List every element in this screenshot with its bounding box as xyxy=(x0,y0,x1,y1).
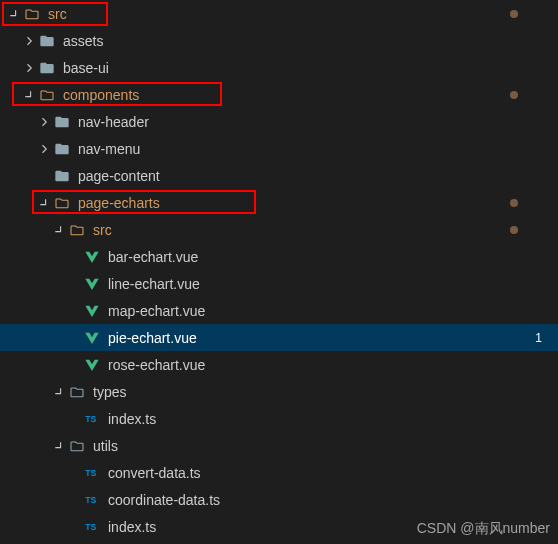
file-label: page-content xyxy=(78,168,558,184)
vue-icon xyxy=(82,355,102,375)
file-label: rose-echart.vue xyxy=(108,357,558,373)
tree-row-types[interactable]: types xyxy=(0,378,558,405)
chevron-placeholder xyxy=(66,249,82,265)
chevron-down-icon[interactable] xyxy=(51,438,67,454)
file-label: utils xyxy=(93,438,558,454)
tree-row-map-echart-vue[interactable]: map-echart.vue xyxy=(0,297,558,324)
folder-open-icon xyxy=(37,85,57,105)
folder-icon xyxy=(52,166,72,186)
tree-row-assets[interactable]: assets xyxy=(0,27,558,54)
folder-icon xyxy=(52,112,72,132)
chevron-placeholder xyxy=(66,276,82,292)
tree-row-src[interactable]: src xyxy=(0,216,558,243)
file-explorer-tree[interactable]: srcassetsbase-uicomponentsnav-headernav-… xyxy=(0,0,558,540)
file-label: src xyxy=(93,222,558,238)
vue-icon xyxy=(82,247,102,267)
tree-row-src[interactable]: src xyxy=(0,0,558,27)
svg-text:TS: TS xyxy=(85,522,96,532)
folder-open-icon xyxy=(52,193,72,213)
modified-indicator-icon xyxy=(510,91,518,99)
tree-row-pie-echart-vue[interactable]: pie-echart.vue1 xyxy=(0,324,558,351)
chevron-placeholder xyxy=(66,357,82,373)
vue-icon xyxy=(82,328,102,348)
chevron-placeholder xyxy=(66,492,82,508)
file-label: coordinate-data.ts xyxy=(108,492,558,508)
tree-row-rose-echart-vue[interactable]: rose-echart.vue xyxy=(0,351,558,378)
chevron-down-icon[interactable] xyxy=(6,6,22,22)
tree-row-convert-data-ts[interactable]: TSconvert-data.ts xyxy=(0,459,558,486)
tree-row-line-echart-vue[interactable]: line-echart.vue xyxy=(0,270,558,297)
tree-row-page-echarts[interactable]: page-echarts xyxy=(0,189,558,216)
modified-indicator-icon xyxy=(510,226,518,234)
chevron-placeholder xyxy=(36,168,52,184)
chevron-down-icon[interactable] xyxy=(51,384,67,400)
svg-text:TS: TS xyxy=(85,414,96,424)
chevron-placeholder xyxy=(66,465,82,481)
folder-open-icon xyxy=(67,220,87,240)
file-label: page-echarts xyxy=(78,195,558,211)
file-label: base-ui xyxy=(63,60,558,76)
vue-icon xyxy=(82,274,102,294)
tree-row-nav-header[interactable]: nav-header xyxy=(0,108,558,135)
modified-indicator-icon xyxy=(510,199,518,207)
tree-row-utils[interactable]: utils xyxy=(0,432,558,459)
svg-text:TS: TS xyxy=(85,468,96,478)
chevron-placeholder xyxy=(66,303,82,319)
file-label: types xyxy=(93,384,558,400)
tree-row-coordinate-data-ts[interactable]: TScoordinate-data.ts xyxy=(0,486,558,513)
file-label: nav-menu xyxy=(78,141,558,157)
diff-count-badge: 1 xyxy=(531,331,546,345)
chevron-right-icon[interactable] xyxy=(21,33,37,49)
file-label: nav-header xyxy=(78,114,558,130)
folder-icon xyxy=(52,139,72,159)
file-label: bar-echart.vue xyxy=(108,249,558,265)
tree-row-components[interactable]: components xyxy=(0,81,558,108)
ts-icon: TS xyxy=(82,517,102,537)
file-label: map-echart.vue xyxy=(108,303,558,319)
ts-icon: TS xyxy=(82,409,102,429)
file-label: components xyxy=(63,87,558,103)
chevron-down-icon[interactable] xyxy=(36,195,52,211)
chevron-placeholder xyxy=(66,330,82,346)
file-label: pie-echart.vue xyxy=(108,330,558,346)
file-label: line-echart.vue xyxy=(108,276,558,292)
chevron-down-icon[interactable] xyxy=(21,87,37,103)
folder-icon xyxy=(37,31,57,51)
ts-icon: TS xyxy=(82,463,102,483)
file-label: assets xyxy=(63,33,558,49)
tree-row-page-content[interactable]: page-content xyxy=(0,162,558,189)
chevron-right-icon[interactable] xyxy=(36,141,52,157)
tree-row-bar-echart-vue[interactable]: bar-echart.vue xyxy=(0,243,558,270)
tree-row-nav-menu[interactable]: nav-menu xyxy=(0,135,558,162)
tree-row-base-ui[interactable]: base-ui xyxy=(0,54,558,81)
modified-indicator-icon xyxy=(510,10,518,18)
tree-row-index-ts[interactable]: TSindex.ts xyxy=(0,405,558,432)
folder-open-icon xyxy=(67,436,87,456)
file-label: index.ts xyxy=(108,411,558,427)
watermark-text: CSDN @南风number xyxy=(417,520,550,538)
svg-text:TS: TS xyxy=(85,495,96,505)
chevron-placeholder xyxy=(66,411,82,427)
folder-icon xyxy=(37,58,57,78)
folder-open-icon xyxy=(22,4,42,24)
chevron-placeholder xyxy=(66,519,82,535)
folder-open-icon xyxy=(67,382,87,402)
chevron-right-icon[interactable] xyxy=(36,114,52,130)
chevron-down-icon[interactable] xyxy=(51,222,67,238)
vue-icon xyxy=(82,301,102,321)
chevron-right-icon[interactable] xyxy=(21,60,37,76)
ts-icon: TS xyxy=(82,490,102,510)
file-label: convert-data.ts xyxy=(108,465,558,481)
file-label: src xyxy=(48,6,558,22)
